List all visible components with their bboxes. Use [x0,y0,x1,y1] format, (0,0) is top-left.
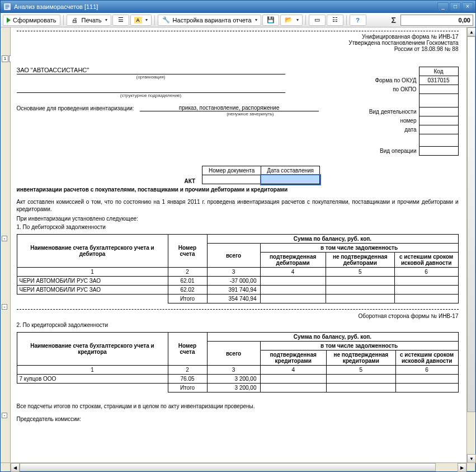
paragraph: Акт составлен комиссией о том, что по со… [17,198,459,213]
table-row: ЧЕРИ АВТОМОБИЛИ РУС ЗАО 62.01 -37 000,00 [17,277,458,286]
check-text: Все подсчеты итогов по строкам, страница… [17,403,459,410]
scroll-up-button[interactable]: ▲ [467,27,475,36]
number-value [419,116,458,125]
activity-label: Вид деятельности [367,108,419,116]
doc-number-header: Номер документа [202,166,261,175]
outline-level-1[interactable]: 1 [2,55,8,62]
open-icon: 📂 [284,16,293,25]
content-area: 1 2 3 - - - Унифицированная форма № ИНВ-… [1,27,475,462]
page-icon: ☷ [331,16,340,25]
number-label: номер [367,116,419,125]
separator [346,15,347,25]
help-button[interactable]: ? [350,15,366,26]
sigma-icon: Σ [392,16,396,25]
vertical-scrollbar[interactable]: ▲ ▼ [466,27,475,462]
section-header: 1. По дебиторской задолженности [17,223,459,231]
col-including: в том числе задолженность [260,244,458,253]
op-type-value [419,147,458,156]
struct-sublabel: (структурное подразделение) [17,93,285,98]
doc-date-value[interactable] [261,175,320,184]
org-sublabel: (организация) [17,74,285,80]
app-window: Анализ взаиморасчетов [111] _ □ × Сформи… [0,0,476,472]
activity-value [419,108,458,116]
basis-sublabel: (ненужное зачеркнуть) [17,111,319,116]
okpo-value [419,85,458,94]
scroll-down-button[interactable]: ▼ [467,454,475,462]
table-row: ЧЕРИ АВТОМОБИЛИ РУС ЗАО 62.02 391 740,94 [17,286,458,295]
col-unconfirmed: не подтвержденная кредиторами [326,351,395,366]
header-line: Унифицированная форма № ИНВ-17 [17,34,459,40]
op-type-label: Вид операции [367,147,419,156]
creditors-table: Наименование счета бухгалтерского учета … [17,332,459,392]
debtors-table: Наименование счета бухгалтерского учета … [17,234,459,303]
code-header: Код [419,67,458,76]
scroll-right-button[interactable]: ▶ [458,463,466,472]
svg-rect-1 [6,4,10,6]
svg-rect-3 [6,7,8,8]
table-row: 7 купцов ООО 76.05 3 200,00 [17,375,458,384]
collapse-button[interactable]: - [2,413,7,418]
struct-line [17,86,285,93]
header-line: России от 18.08.98 № 88 [17,46,459,52]
form-header: Унифицированная форма № ИНВ-17 Утвержден… [17,34,459,52]
code-table: Код Форма по ОКУД0317015 по ОКПО Вид дея… [367,67,459,156]
col-sum: Сумма по балансу, руб. коп. [207,333,458,342]
total-row: Итого 354 740,94 [17,295,458,303]
list-button[interactable]: ☰ [112,15,129,26]
separator [63,15,64,25]
header-line: Утверждена постановлением Госкомстата [17,40,459,46]
bottom-scroll-row: ◀ ▶ [1,462,475,471]
open-button[interactable]: 📂 [280,15,303,26]
akt-table: Номер документа Дата составления [202,166,320,184]
col-expired: с истекшим сроком исковой давности [395,351,458,366]
svg-rect-2 [6,6,10,7]
col-expired: с истекшим сроком исковой давности [394,253,458,268]
sum-field[interactable]: 0,00 [400,15,473,26]
document: Унифицированная форма № ИНВ-17 Утвержден… [17,31,459,423]
back-side-label: Оборотная сторона формы № ИНВ-17 [17,313,459,319]
outline-ruler: 1 2 3 - - - [1,27,11,462]
col-account: Номер счета [168,235,207,268]
col-confirmed: подтвержденная кредиторами [260,351,326,366]
section-header: 2. По кредиторской задолженности [17,321,459,329]
horizontal-scrollbar[interactable]: ◀ ▶ [11,462,466,471]
save-button[interactable]: 💾 [262,15,279,26]
tool2-button[interactable]: ☷ [327,15,343,26]
format-icon: A [134,17,142,24]
document-area[interactable]: Унифицированная форма № ИНВ-17 Утвержден… [11,27,466,462]
col-total: всего [207,342,260,366]
doc-icon: ▭ [313,16,322,25]
minimize-button[interactable]: _ [437,2,449,11]
play-icon [7,17,11,23]
doc-date-header: Дата составления [261,166,320,175]
window-title: Анализ взаиморасчетов [111] [14,3,437,10]
col-including: в том числе задолженность [260,342,458,351]
form-button[interactable]: Сформировать [3,15,60,26]
okud-value: 0317015 [419,76,458,85]
print-button[interactable]: 🖨Печать [67,15,111,26]
col-name: Наименование счета бухгалтерского учета … [17,333,168,366]
separator [154,15,155,25]
col-sum: Сумма по балансу, руб. коп. [207,235,458,244]
col-account: Номер счета [168,333,207,366]
chairman-label: Председатель комиссии: [17,415,459,423]
okud-label: Форма по ОКУД [367,76,419,85]
organization-line: ЗАО "АВТОАССИСТАНС" [17,67,285,74]
col-name: Наименование счета бухгалтерского учета … [17,235,168,268]
collapse-button[interactable]: - [2,304,7,310]
okpo-label: по ОКПО [367,85,419,94]
maximize-button[interactable]: □ [450,2,461,11]
col-total: всего [207,244,260,268]
collapse-button[interactable]: - [2,236,7,241]
page-break [17,309,459,310]
app-icon [3,2,12,11]
basis-label: Основание для проведения инвентаризации: [17,105,134,111]
paragraph: При инвентаризации установлено следующее… [17,215,459,222]
total-row: Итого 3 200,00 [17,384,458,392]
report-settings-button[interactable]: 🔧Настройка варианта отчета [158,15,261,26]
close-button[interactable]: × [462,2,473,11]
format-button[interactable]: A [130,15,152,26]
help-icon: ? [354,16,362,25]
scroll-left-button[interactable]: ◀ [11,463,20,472]
tool1-button[interactable]: ▭ [309,15,326,26]
